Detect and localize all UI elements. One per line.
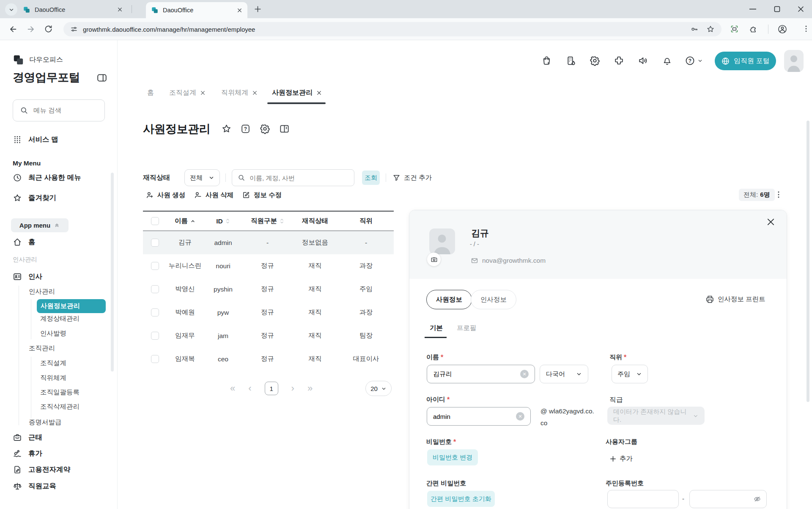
reset-simple-password-button[interactable]: 간편 비밀번호 초기화 bbox=[427, 491, 495, 507]
table-row[interactable]: 박예원pyw정규재직과장 bbox=[143, 301, 394, 324]
prev-page-button[interactable]: ‹ bbox=[248, 383, 251, 394]
change-password-button[interactable]: 비밀번호 변경 bbox=[427, 449, 478, 465]
notifications-button[interactable] bbox=[662, 55, 672, 66]
store-button[interactable] bbox=[541, 55, 552, 66]
subtab-basic[interactable]: 기본 bbox=[430, 324, 443, 333]
url-bar[interactable]: growthmk.daouoffice.com/manage/hr/manage… bbox=[63, 22, 721, 36]
row-checkbox[interactable] bbox=[151, 239, 159, 247]
sort-both-icon[interactable] bbox=[280, 218, 284, 224]
change-photo-button[interactable] bbox=[427, 253, 441, 266]
browser-tab-inactive[interactable]: DaouOffice bbox=[19, 3, 127, 17]
row-checkbox[interactable] bbox=[151, 285, 159, 293]
employee-search-input[interactable] bbox=[250, 174, 347, 182]
edit-info-button[interactable]: 정보 수정 bbox=[242, 189, 282, 201]
sidebar-item-vacation[interactable]: 휴가 bbox=[13, 449, 42, 458]
app-menu-toggle[interactable]: App menu bbox=[11, 218, 69, 232]
page-tab-org-design[interactable]: 조직설계 bbox=[169, 87, 206, 99]
forward-button[interactable] bbox=[26, 25, 36, 34]
favorite-page-button[interactable] bbox=[221, 124, 232, 134]
tab-close-icon[interactable] bbox=[117, 7, 123, 12]
new-tab-button[interactable] bbox=[254, 5, 262, 13]
id-input[interactable]: ✕ bbox=[427, 407, 531, 426]
menu-search-box[interactable] bbox=[13, 99, 105, 121]
sidebar-item-service-map[interactable]: 서비스 맵 bbox=[13, 135, 58, 144]
window-minimize-button[interactable] bbox=[749, 8, 756, 10]
employee-search-box[interactable] bbox=[232, 169, 354, 186]
user-avatar[interactable] bbox=[784, 50, 804, 72]
tab-close-icon[interactable] bbox=[200, 90, 206, 96]
column-header-type[interactable]: 직원구분 bbox=[251, 217, 277, 226]
sidebar-item-org-design[interactable]: 조직설계 bbox=[40, 359, 66, 368]
sidebar-item-recent-menu[interactable]: 최근 사용한 메뉴 bbox=[13, 173, 81, 182]
column-header-id[interactable]: ID bbox=[216, 217, 223, 225]
sidebar-item-account-status[interactable]: 계정상태관리 bbox=[40, 314, 80, 323]
sidebar-item-home[interactable]: 홈 bbox=[13, 237, 36, 247]
table-row[interactable]: 박영신pyshin정규재직주임 bbox=[143, 278, 394, 301]
column-header-position[interactable]: 직위 bbox=[359, 217, 373, 226]
current-page[interactable]: 1 bbox=[265, 382, 278, 395]
extensions-button[interactable] bbox=[749, 25, 758, 33]
sidebar-item-attendance[interactable]: 근태 bbox=[13, 433, 42, 442]
sidebar-item-certificate[interactable]: 증명서발급 bbox=[29, 418, 62, 427]
browser-profile-button[interactable] bbox=[777, 24, 787, 34]
page-scrollbar[interactable] bbox=[807, 121, 809, 402]
tab-close-icon[interactable] bbox=[316, 90, 322, 96]
position-select[interactable]: 주임 bbox=[612, 365, 648, 383]
password-key-icon[interactable] bbox=[690, 25, 699, 33]
sort-both-icon[interactable] bbox=[225, 218, 230, 224]
window-maximize-button[interactable] bbox=[774, 6, 780, 12]
reload-button[interactable] bbox=[44, 25, 53, 33]
first-page-button[interactable]: « bbox=[230, 383, 235, 394]
table-row[interactable]: 누리니스린nouri정규재직과장 bbox=[143, 254, 394, 278]
panel-close-button[interactable] bbox=[766, 217, 776, 227]
delete-employee-button[interactable]: 사원 삭제 bbox=[194, 189, 233, 201]
search-submit-button[interactable]: 조회 bbox=[362, 171, 380, 185]
table-row[interactable]: 김규admin-정보없음- bbox=[143, 231, 394, 254]
subtab-profile[interactable]: 프로필 bbox=[457, 324, 477, 333]
last-page-button[interactable]: » bbox=[307, 383, 313, 394]
sidebar-item-hr-mgmt[interactable]: 인사관리 bbox=[29, 287, 55, 296]
select-all-checkbox[interactable] bbox=[151, 217, 159, 225]
tab-close-icon[interactable] bbox=[237, 8, 242, 13]
sidebar-item-hr-appointment[interactable]: 인사발령 bbox=[40, 329, 66, 338]
table-row[interactable]: 임재무jam정규재직팀장 bbox=[143, 324, 394, 347]
help-button[interactable]: ? bbox=[685, 55, 703, 66]
sidebar-item-employee-info[interactable]: 사원정보관리 bbox=[37, 299, 106, 313]
next-page-button[interactable]: › bbox=[291, 383, 294, 394]
page-size-select[interactable]: 20 bbox=[365, 381, 392, 396]
url-text[interactable]: growthmk.daouoffice.com/manage/hr/manage… bbox=[83, 26, 690, 33]
page-manual-button[interactable] bbox=[279, 124, 290, 134]
ssn-input-front[interactable] bbox=[607, 490, 679, 508]
page-tab-home[interactable]: 홈 bbox=[147, 87, 154, 99]
rank-select-disabled[interactable]: 데이터가 존재하지 않습니다. bbox=[607, 407, 705, 425]
row-checkbox[interactable] bbox=[151, 332, 159, 340]
status-select[interactable]: 전체 bbox=[184, 169, 220, 186]
sidebar-item-org-mgmt[interactable]: 조직관리 bbox=[29, 344, 55, 353]
employee-portal-button[interactable]: 임직원 포털 bbox=[715, 52, 776, 70]
sidebar-item-hr[interactable]: 인사 bbox=[13, 272, 42, 281]
panel-tab-hr[interactable]: 인사정보 bbox=[471, 290, 516, 309]
page-settings-button[interactable] bbox=[260, 124, 270, 134]
add-group-button[interactable]: 추가 bbox=[609, 454, 633, 463]
back-button[interactable] bbox=[8, 25, 18, 34]
page-tab-position-system[interactable]: 직위체계 bbox=[221, 87, 258, 99]
settings-button[interactable] bbox=[590, 55, 600, 66]
row-checkbox[interactable] bbox=[151, 308, 159, 316]
page-help-button[interactable]: ? bbox=[240, 124, 251, 134]
column-header-status[interactable]: 재직상태 bbox=[302, 217, 328, 226]
sound-button[interactable] bbox=[638, 55, 648, 66]
sidebar-item-org-bulk[interactable]: 조직일괄등록 bbox=[40, 388, 80, 397]
browser-tab-active[interactable]: DaouOffice bbox=[146, 2, 247, 18]
site-settings-icon[interactable] bbox=[70, 25, 78, 33]
bookmark-star-icon[interactable] bbox=[706, 25, 715, 33]
browser-menu-button[interactable] bbox=[802, 25, 810, 33]
clear-name-icon[interactable]: ✕ bbox=[520, 370, 529, 378]
sidebar-item-favorites[interactable]: 즐겨찾기 bbox=[13, 193, 56, 203]
sidebar-item-education[interactable]: 직원교육 bbox=[13, 481, 56, 491]
window-close-button[interactable] bbox=[798, 6, 804, 12]
id-input-field[interactable] bbox=[433, 413, 505, 420]
sidebar-collapse-button[interactable] bbox=[96, 72, 107, 83]
row-checkbox[interactable] bbox=[151, 262, 159, 270]
name-input[interactable]: ✕ bbox=[427, 365, 535, 383]
addons-button[interactable] bbox=[614, 55, 624, 66]
